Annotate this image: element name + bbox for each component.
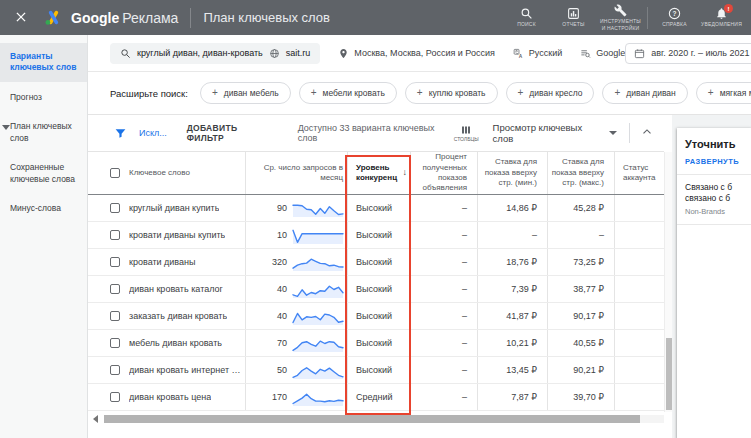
header-avg-monthly-searches[interactable]: Ср. число запросов в месяц	[245, 152, 347, 194]
impression-share-cell: –	[410, 249, 477, 275]
expand-keyword-chip[interactable]: +диван мебель	[200, 82, 291, 104]
row-checkbox[interactable]	[110, 392, 120, 402]
trend-sparkline	[292, 279, 344, 299]
bid-high-cell: 40,55 ₽	[547, 330, 614, 356]
row-checkbox[interactable]	[110, 284, 120, 294]
table-row: мебель диван кровать70Высокий–10,21 ₽40,…	[88, 330, 664, 357]
topbar-notifications-button[interactable]: !УВЕДОМЛЕНИЯ	[698, 0, 745, 35]
account-status-cell	[614, 276, 664, 302]
keyword-cell: диван кровать интернет ма...	[88, 357, 245, 383]
site-value: sait.ru	[286, 48, 311, 58]
language-setting[interactable]: A Русский	[513, 48, 562, 59]
bid-low-value: 14,86 ₽	[506, 203, 537, 213]
google-ads-keyword-planner: GoogleРеклама План ключевых слов ПОИСКОТ…	[0, 0, 751, 438]
exclude-filter-chip[interactable]: Искл...	[139, 128, 167, 138]
topbar-tools-button[interactable]: ИНСТРУМЕНТЫ И НАСТРОЙКИ	[597, 0, 644, 35]
sidebar-item-negative-keywords[interactable]: Минус-слова	[0, 195, 87, 222]
date-range-selector[interactable]: авг. 2020 г. – июль 2021 г.	[625, 43, 751, 64]
date-range-value: авг. 2020 г. – июль 2021 г.	[651, 48, 751, 58]
expand-keyword-chip[interactable]: +диван диван	[602, 82, 687, 104]
topbar-action-label: ОТЧЕТЫ	[562, 21, 584, 27]
keywords-input[interactable]: круглый диван, диван-кровать sait.ru	[110, 43, 320, 64]
close-icon[interactable]	[14, 10, 30, 26]
table-row: заказать диван кровать40Высокий–41,87 ₽9…	[88, 303, 664, 330]
sidebar-item-forecast[interactable]: Прогноз	[0, 84, 87, 111]
search-network-icon	[580, 48, 591, 59]
add-filter-button[interactable]: ДОБАВИТЬ ФИЛЬТР	[187, 123, 276, 143]
bid-low-value: 18,76 ₽	[506, 257, 537, 267]
header-competition[interactable]: Уровень конкуренц ↓	[347, 152, 410, 194]
keyword-label: диван кровать цена	[129, 392, 211, 402]
expand-keyword-chip[interactable]: +мебели кровать	[299, 82, 397, 104]
collapse-arrow-icon[interactable]	[2, 125, 10, 130]
keyword-label: диван кровать интернет ма...	[129, 365, 245, 375]
columns-button[interactable]: СТОЛБЦЫ	[454, 124, 479, 142]
row-checkbox[interactable]	[110, 230, 120, 240]
sidebar-item-keyword-plan[interactable]: План ключевых слов	[0, 113, 87, 152]
bid-low-value: 41,87 ₽	[506, 311, 537, 321]
keyword-label: круглый диван купить	[129, 203, 219, 213]
row-checkbox[interactable]	[110, 257, 120, 267]
sidebar-item-keyword-ideas[interactable]: Варианты ключевых слов	[0, 43, 87, 82]
chevron-down-icon	[609, 131, 617, 135]
header-impression-share[interactable]: Процент полученных показов объявления	[410, 152, 477, 194]
impression-share-cell: –	[410, 222, 477, 248]
chip-label: диван диван	[626, 88, 675, 98]
horizontal-scroll-thumb[interactable]	[104, 415, 640, 423]
topbar-search-button[interactable]: ПОИСК	[503, 0, 550, 35]
account-status-cell	[614, 357, 664, 383]
expand-search-label: Расширьте поиск:	[110, 88, 188, 99]
plus-icon: +	[417, 88, 423, 98]
topbar-help-button[interactable]: ?СПРАВКА	[651, 0, 698, 35]
row-checkbox[interactable]	[110, 311, 120, 321]
impression-share-value: –	[462, 284, 467, 294]
network-setting[interactable]: Google	[580, 48, 625, 59]
filter-funnel-icon[interactable]	[114, 127, 127, 140]
expand-all-link[interactable]: РАЗВЕРНУТЬ	[677, 150, 751, 174]
bid-high-value: 40,55 ₽	[573, 338, 604, 348]
topbar-reports-button[interactable]: ОТЧЕТЫ	[550, 0, 597, 35]
keyword-cell: кровати диваны	[88, 249, 245, 275]
refine-group-brands[interactable]: Связано с б связано с б Non-Brands	[677, 175, 751, 224]
searches-value: 170	[272, 392, 287, 402]
horizontal-scroll-track[interactable]	[104, 415, 664, 423]
search-icon	[520, 7, 533, 20]
plus-icon: +	[212, 88, 218, 98]
account-status-cell	[614, 303, 664, 329]
header-keyword[interactable]: Ключевое слово	[88, 152, 245, 194]
header-account-status[interactable]: Статус аккаунта	[614, 152, 664, 194]
scroll-left-arrow-icon[interactable]	[93, 415, 98, 423]
keyword-cell: диван кровать каталог	[88, 276, 245, 302]
sidebar-item-saved-keywords[interactable]: Сохраненные ключевые слова	[0, 154, 87, 193]
keyword-label: мебель диван кровать	[129, 338, 222, 348]
bid-high-cell: 45,28 ₽	[547, 195, 614, 221]
competition-value: Высокий	[356, 230, 392, 240]
keyword-cell: круглый диван купить	[88, 195, 245, 221]
vertical-scrollbar[interactable]	[664, 152, 672, 412]
searches-value: 50	[277, 365, 287, 375]
table-toolbar: Искл... ДОБАВИТЬ ФИЛЬТР Доступно 33 вари…	[88, 115, 664, 152]
competition-cell: Высокий	[347, 222, 410, 248]
row-checkbox[interactable]	[110, 203, 120, 213]
row-checkbox[interactable]	[110, 338, 120, 348]
sidebar: Варианты ключевых словПрогнозПлан ключев…	[0, 35, 88, 438]
chip-label: диван мебель	[224, 88, 279, 98]
bid-low-cell: –	[477, 222, 547, 248]
account-status-cell	[614, 384, 664, 410]
select-all-checkbox[interactable]	[110, 168, 120, 178]
collapse-panel-icon[interactable]	[640, 125, 656, 141]
row-checkbox[interactable]	[110, 365, 120, 375]
impression-share-cell: –	[410, 357, 477, 383]
search-icon	[120, 48, 131, 59]
top-app-bar: GoogleРеклама План ключевых слов ПОИСКОТ…	[0, 0, 751, 35]
bid-low-cell: 13,45 ₽	[477, 357, 547, 383]
header-top-of-page-bid-low[interactable]: Ставка для показа вверху стр. (мин.)	[477, 152, 547, 194]
expand-keyword-chip[interactable]: +мягкая мебель кровать	[696, 82, 751, 104]
expand-keyword-chip[interactable]: +куплю кровать	[405, 82, 498, 104]
expand-keyword-chip[interactable]: +диван кресло	[506, 82, 595, 104]
help-icon: ?	[668, 7, 681, 20]
location-setting[interactable]: Москва, Москва, Россия и Россия	[338, 48, 495, 59]
header-top-of-page-bid-high[interactable]: Ставка для показа вверху стр. (макс.)	[547, 152, 614, 194]
sidebar-item-label: Сохраненные ключевые слова	[10, 162, 75, 183]
keyword-view-selector[interactable]: Просмотр ключевых слов	[493, 122, 618, 144]
